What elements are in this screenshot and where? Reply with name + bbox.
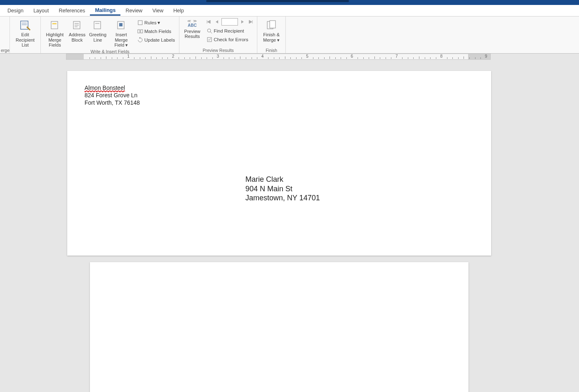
insert-merge-icon bbox=[115, 19, 127, 31]
svg-rect-4 bbox=[52, 23, 56, 24]
ruler-tick bbox=[436, 57, 436, 59]
highlight-merge-fields-button[interactable]: Highlight Merge Fields bbox=[43, 18, 66, 49]
ruler-tick bbox=[179, 57, 179, 59]
tab-review[interactable]: Review bbox=[120, 6, 147, 15]
ruler-tick bbox=[162, 57, 162, 59]
search-box[interactable] bbox=[206, 0, 349, 2]
letter-page[interactable] bbox=[90, 262, 468, 392]
preview-abc-icon: ABC bbox=[188, 23, 197, 28]
prev-record-button[interactable] bbox=[213, 18, 221, 26]
finish-merge-button[interactable]: Finish & Merge ▾ bbox=[260, 18, 283, 43]
ruler-tick bbox=[156, 57, 157, 59]
group-label-preview: Preview Results bbox=[182, 47, 254, 53]
greeting-line-label: Greeting Line bbox=[89, 32, 106, 42]
finish-merge-label: Finish & Merge ▾ bbox=[263, 32, 280, 42]
edit-recipient-list-button[interactable]: Edit Recipient List bbox=[12, 18, 38, 49]
return-name: Almon Bonsteel bbox=[85, 85, 125, 92]
ruler-tick bbox=[274, 57, 274, 59]
svg-rect-0 bbox=[21, 21, 28, 29]
ruler-number: 3 bbox=[217, 54, 219, 59]
svg-point-16 bbox=[207, 29, 211, 32]
insert-merge-field-button[interactable]: Insert Merge Field ▾ bbox=[108, 18, 134, 49]
ribbon: erge Edit Recipient List Highlight Merge… bbox=[0, 16, 579, 54]
tab-references[interactable]: References bbox=[54, 6, 90, 15]
group-finish: Finish & Merge ▾ Finish bbox=[257, 16, 286, 53]
greeting-line-button[interactable]: Greeting Line bbox=[88, 18, 108, 43]
svg-rect-14 bbox=[138, 30, 140, 33]
preview-arrows-icon: ≪ ≫ bbox=[187, 19, 197, 23]
ruler-tick bbox=[101, 57, 101, 59]
ruler-number: 1 bbox=[127, 54, 130, 59]
find-recipient-label: Find Recipient bbox=[214, 28, 244, 33]
last-record-button[interactable] bbox=[247, 18, 254, 26]
ruler-number: 9 bbox=[485, 54, 487, 59]
edit-recipient-list-label: Edit Recipient List bbox=[13, 32, 38, 48]
ruler-tick bbox=[324, 57, 325, 59]
update-labels-button[interactable]: Update Labels bbox=[136, 35, 177, 44]
svg-line-17 bbox=[210, 32, 212, 33]
ruler-tick bbox=[475, 57, 475, 59]
ruler-tick bbox=[290, 57, 291, 59]
greeting-icon bbox=[92, 19, 104, 31]
check-icon bbox=[207, 37, 212, 42]
ruler-tick bbox=[112, 57, 112, 59]
svg-rect-20 bbox=[270, 21, 275, 28]
ruler-tick bbox=[285, 56, 285, 59]
tab-view[interactable]: View bbox=[147, 6, 168, 15]
horizontal-ruler[interactable]: 123456789 bbox=[66, 54, 491, 60]
check-errors-button[interactable]: Check for Errors bbox=[205, 35, 254, 44]
ruler-number: 5 bbox=[306, 54, 308, 59]
envelope-page[interactable]: Almon Bonsteel 824 Forest Grove Ln Fort … bbox=[67, 71, 491, 256]
group-label-blank1 bbox=[12, 52, 38, 53]
ruler-tick bbox=[313, 57, 313, 59]
tab-mailings[interactable]: Mailings bbox=[90, 6, 120, 16]
ruler-tick bbox=[335, 57, 336, 59]
ruler-tick bbox=[145, 57, 146, 59]
destination-address[interactable]: Marie Clark 904 N Main St Jamestown, NY … bbox=[245, 175, 320, 203]
ruler-tick bbox=[246, 57, 246, 59]
ruler-tick bbox=[252, 57, 252, 59]
ruler-tick bbox=[235, 57, 235, 59]
group-preview: ≪ ≫ ABC Preview Results Find Recipient bbox=[179, 16, 257, 53]
group-label-finish: Finish bbox=[260, 47, 283, 53]
return-city: Fort Worth, TX 76148 bbox=[85, 99, 140, 106]
dest-name: Marie Clark bbox=[245, 175, 320, 184]
group-label-write: Write & Insert Fields bbox=[43, 49, 177, 54]
first-record-button[interactable] bbox=[205, 18, 212, 26]
preview-results-button[interactable]: ≪ ≫ ABC Preview Results bbox=[182, 18, 202, 40]
record-number-input[interactable] bbox=[221, 18, 238, 26]
tab-design[interactable]: Design bbox=[2, 6, 28, 15]
rules-button[interactable]: Rules ▾ bbox=[136, 18, 177, 27]
next-record-button[interactable] bbox=[239, 18, 246, 26]
match-fields-button[interactable]: Match Fields bbox=[136, 27, 177, 35]
ruler-number: 7 bbox=[395, 54, 398, 59]
ruler-tick bbox=[464, 56, 464, 59]
svg-rect-12 bbox=[119, 23, 122, 26]
tab-layout[interactable]: Layout bbox=[28, 6, 54, 15]
address-block-button[interactable]: Address Block bbox=[67, 18, 87, 43]
recipient-list-icon bbox=[19, 19, 31, 31]
ruler-tick bbox=[296, 57, 297, 59]
ruler-tick bbox=[117, 57, 118, 59]
ruler-tick bbox=[346, 57, 347, 59]
tab-help[interactable]: Help bbox=[168, 6, 189, 15]
insert-merge-label: Insert Merge Field ▾ bbox=[109, 32, 134, 48]
group-start-merge: erge bbox=[0, 16, 10, 53]
document-area[interactable]: Almon Bonsteel 824 Forest Grove Ln Fort … bbox=[0, 61, 579, 392]
match-fields-label: Match Fields bbox=[144, 29, 171, 34]
ruler-tick bbox=[195, 56, 196, 59]
ruler-tick bbox=[318, 57, 319, 59]
ruler-tick bbox=[469, 57, 470, 59]
return-street: 824 Forest Grove Ln bbox=[85, 92, 140, 99]
find-recipient-button[interactable]: Find Recipient bbox=[205, 26, 254, 35]
ruler-tick bbox=[301, 57, 302, 59]
ruler-tick bbox=[402, 57, 402, 59]
ruler-tick bbox=[447, 57, 447, 59]
ruler-tick bbox=[190, 57, 190, 59]
return-address[interactable]: Almon Bonsteel 824 Forest Grove Ln Fort … bbox=[85, 84, 140, 107]
svg-rect-13 bbox=[138, 21, 142, 25]
ruler-tick bbox=[268, 57, 268, 59]
ruler-tick bbox=[408, 57, 408, 59]
ruler-tick bbox=[363, 57, 364, 59]
ruler-tick bbox=[430, 57, 431, 59]
